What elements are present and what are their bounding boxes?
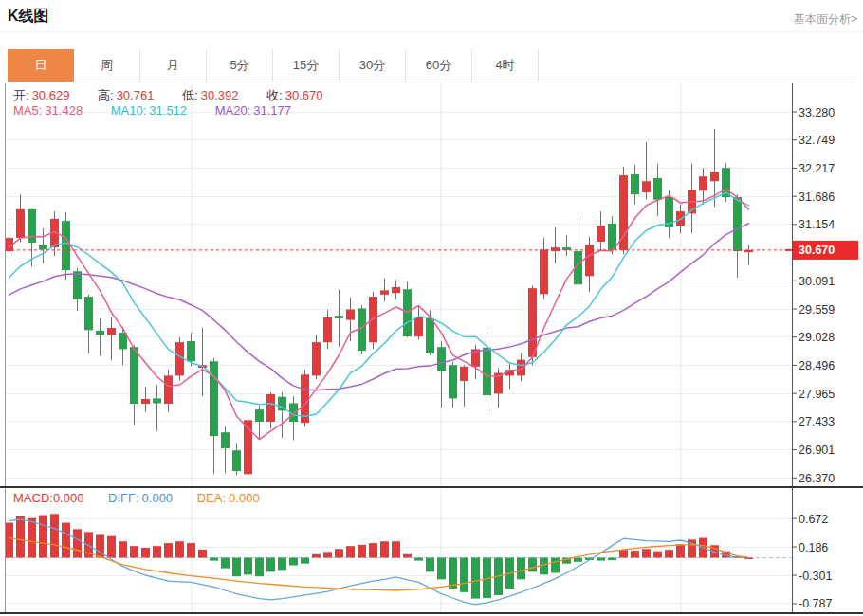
svg-text:31.154: 31.154 bbox=[799, 218, 835, 231]
svg-text:33.280: 33.280 bbox=[799, 106, 835, 119]
svg-text:29.028: 29.028 bbox=[799, 331, 835, 344]
tab-4hour[interactable]: 4时 bbox=[472, 49, 539, 82]
svg-text:27.433: 27.433 bbox=[799, 415, 835, 428]
tab-week[interactable]: 周 bbox=[74, 49, 140, 82]
tab-month[interactable]: 月 bbox=[140, 49, 207, 82]
fundamental-analysis-link[interactable]: 基本面分析> bbox=[794, 11, 857, 27]
tab-15min[interactable]: 15分 bbox=[273, 49, 340, 82]
svg-text:26.901: 26.901 bbox=[799, 444, 835, 457]
svg-text:30.091: 30.091 bbox=[799, 275, 835, 288]
svg-text:27.965: 27.965 bbox=[799, 388, 835, 401]
svg-text:32.217: 32.217 bbox=[799, 162, 835, 175]
svg-text:26.370: 26.370 bbox=[799, 472, 835, 485]
tab-30min[interactable]: 30分 bbox=[340, 49, 406, 82]
svg-text:28.496: 28.496 bbox=[799, 359, 835, 372]
kline-widget: K线图 基本面分析> 日 周 月 5分 15分 30分 60分 4时 33.28… bbox=[0, 0, 863, 616]
tab-5min[interactable]: 5分 bbox=[207, 49, 273, 82]
page-header: K线图 基本面分析> bbox=[0, 0, 863, 32]
svg-text:0.672: 0.672 bbox=[799, 513, 828, 526]
tab-day[interactable]: 日 bbox=[8, 49, 74, 82]
svg-text:-0.787: -0.787 bbox=[799, 597, 832, 610]
svg-text:-0.301: -0.301 bbox=[799, 570, 832, 583]
kline-chart-svg: 33.28032.74932.21731.68631.15430.09129.5… bbox=[0, 83, 863, 616]
chart-area[interactable]: 33.28032.74932.21731.68631.15430.09129.5… bbox=[0, 83, 863, 616]
svg-text:29.559: 29.559 bbox=[799, 303, 835, 317]
page-title: K线图 bbox=[8, 7, 49, 27]
svg-text:30.670: 30.670 bbox=[799, 244, 835, 257]
svg-text:0.186: 0.186 bbox=[799, 541, 828, 554]
svg-text:31.686: 31.686 bbox=[799, 190, 835, 204]
tab-60min[interactable]: 60分 bbox=[406, 49, 472, 82]
svg-text:32.749: 32.749 bbox=[799, 134, 835, 147]
interval-tabbar: 日 周 月 5分 15分 30分 60分 4时 bbox=[8, 49, 855, 82]
